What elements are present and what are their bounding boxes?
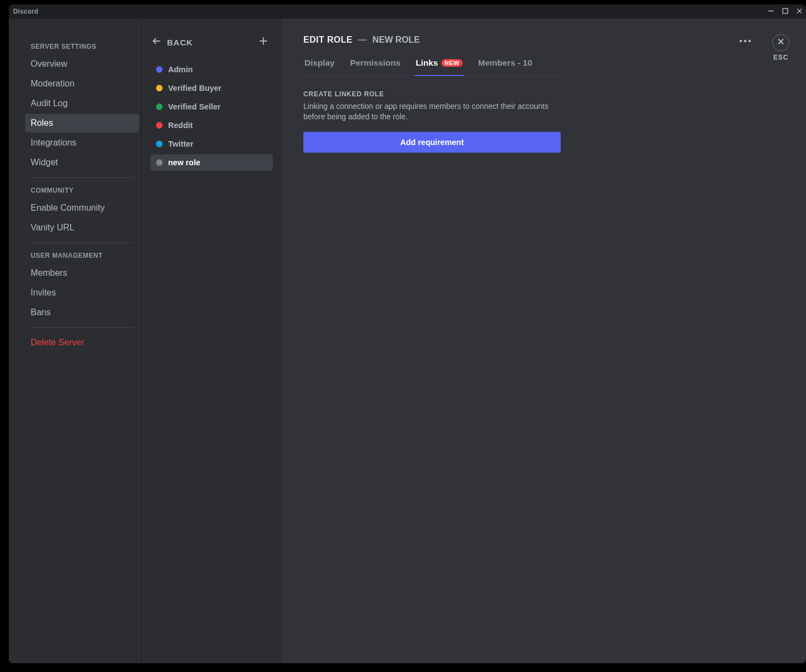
nav-item-vanity-url[interactable]: Vanity URL xyxy=(25,218,139,237)
nav-item-audit-log[interactable]: Audit Log xyxy=(25,94,139,113)
nav-item-invites[interactable]: Invites xyxy=(25,283,139,302)
nav-item-widget[interactable]: Widget xyxy=(25,153,139,172)
role-row[interactable]: Reddit xyxy=(151,117,273,134)
new-badge: NEW xyxy=(441,59,463,67)
role-color-dot xyxy=(156,85,163,91)
editing-role-name: NEW ROLE xyxy=(372,35,419,45)
linked-role-section-desc: Linking a connection or app requires mem… xyxy=(303,101,561,122)
more-options-button[interactable] xyxy=(739,35,751,45)
back-button[interactable]: BACK xyxy=(152,36,193,48)
tab-display[interactable]: Display xyxy=(303,54,336,76)
role-name-label: Twitter xyxy=(168,140,193,148)
maximize-icon[interactable] xyxy=(782,8,788,16)
nav-item-overview[interactable]: Overview xyxy=(25,55,139,73)
tab-members[interactable]: Members - 10 xyxy=(477,54,533,76)
add-requirement-button[interactable]: Add requirement xyxy=(303,132,561,153)
svg-point-11 xyxy=(749,40,751,42)
tab-permissions[interactable]: Permissions xyxy=(349,54,401,76)
close-icon[interactable] xyxy=(796,8,803,16)
page-title: EDIT ROLE xyxy=(303,35,353,45)
tab-links-label: Links xyxy=(416,58,437,68)
nav-item-moderation[interactable]: Moderation xyxy=(25,74,139,93)
role-name-label: Verified Buyer xyxy=(168,84,222,92)
role-color-dot xyxy=(156,66,163,73)
nav-item-members[interactable]: Members xyxy=(25,264,139,282)
close-x-icon xyxy=(776,37,785,48)
nav-item-roles[interactable]: Roles xyxy=(25,114,139,132)
role-name-label: Verified Seller xyxy=(168,102,221,111)
nav-section-user-management: USER MANAGEMENT xyxy=(25,248,139,263)
role-name-label: new role xyxy=(168,158,200,167)
role-name-label: Reddit xyxy=(168,121,193,130)
role-row[interactable]: Verified Seller xyxy=(151,99,273,115)
role-row[interactable]: new role xyxy=(151,154,273,171)
nav-section-community: COMMUNITY xyxy=(25,183,139,198)
tab-links[interactable]: Links NEW xyxy=(414,54,464,76)
esc-label: ESC xyxy=(773,54,788,61)
nav-section-server-settings: SERVER SETTINGS xyxy=(25,39,139,54)
title-separator: — xyxy=(358,35,367,45)
role-row[interactable]: Verified Buyer xyxy=(151,80,273,96)
role-color-dot xyxy=(156,159,163,166)
svg-point-10 xyxy=(744,40,746,42)
role-color-dot xyxy=(156,103,163,110)
app-title: Discord xyxy=(13,8,38,15)
role-name-label: Admin xyxy=(168,65,193,74)
back-label: BACK xyxy=(167,38,193,47)
role-color-dot xyxy=(156,122,163,129)
role-color-dot xyxy=(156,141,163,147)
svg-point-9 xyxy=(740,40,742,42)
minimize-icon[interactable] xyxy=(768,8,774,16)
arrow-left-icon xyxy=(152,36,162,48)
svg-rect-1 xyxy=(783,8,788,13)
nav-item-bans[interactable]: Bans xyxy=(25,303,139,322)
nav-item-integrations[interactable]: Integrations xyxy=(25,134,139,152)
nav-item-delete-server[interactable]: Delete Server xyxy=(25,333,139,352)
role-row[interactable]: Admin xyxy=(151,61,273,78)
nav-item-enable-community[interactable]: Enable Community xyxy=(25,199,139,217)
role-row[interactable]: Twitter xyxy=(151,136,273,152)
add-role-button[interactable] xyxy=(258,36,268,48)
linked-role-section-title: CREATE LINKED ROLE xyxy=(303,90,784,98)
close-settings-button[interactable]: ESC xyxy=(772,34,790,61)
